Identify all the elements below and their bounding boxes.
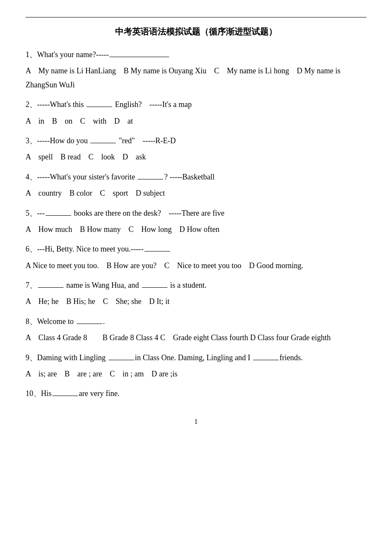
question-4-options: A country B color C sport D subject: [26, 186, 366, 200]
question-1-options: A My name is Li HanLiang B My name is Ou…: [26, 64, 366, 92]
question-2-options: A in B on C with D at: [26, 114, 366, 128]
question-6-options: A Nice to meet you too. B How are you? C…: [26, 259, 366, 272]
question-2-text: 2、-----What's this English? -----It's a …: [26, 98, 366, 111]
question-1: 1、What's your name?----- A My name is Li…: [26, 48, 366, 92]
blank-1: [110, 57, 169, 57]
blank-6: [144, 251, 170, 251]
question-8: 8、Welcome to . A Class 4 Grade 8 B Grade…: [26, 315, 366, 345]
question-8-text: 8、Welcome to .: [26, 315, 366, 328]
question-6: 6、---Hi, Betty. Nice to meet you.----- A…: [26, 242, 366, 272]
blank-9a: [109, 360, 134, 360]
question-9-text: 9、Daming with Lingling in Class One. Dam…: [26, 351, 366, 364]
question-5-options: A How much B How many C How long D How o…: [26, 223, 366, 236]
question-9-options: A is; are B are ; are C in ; am D are ;i…: [26, 367, 366, 381]
page-number: 1: [26, 418, 366, 425]
question-2: 2、-----What's this English? -----It's a …: [26, 98, 366, 128]
top-divider: [26, 17, 366, 17]
question-6-text: 6、---Hi, Betty. Nice to meet you.-----: [26, 242, 366, 256]
blank-8: [77, 324, 102, 324]
blank-7a: [38, 287, 63, 288]
question-1-text: 1、What's your name?-----: [26, 48, 366, 61]
question-10-text: 10、Hisare very fine.: [26, 387, 366, 400]
question-4-text: 4、-----What's your sister's favorite ? -…: [26, 170, 366, 184]
blank-7b: [142, 287, 167, 288]
question-8-options: A Class 4 Grade 8 B Grade 8 Class 4 C Gr…: [26, 331, 366, 344]
blank-4: [138, 179, 163, 179]
page-title: 中考英语语法模拟试题（循序渐进型试题）: [26, 26, 366, 38]
question-7-options: A He; he B His; he C She; she D It; it: [26, 295, 366, 308]
question-5-text: 5、--- books are there on the desk? -----…: [26, 206, 366, 220]
question-3: 3、-----How do you "red" -----R-E-D A spe…: [26, 134, 366, 164]
question-3-text: 3、-----How do you "red" -----R-E-D: [26, 134, 366, 147]
question-5: 5、--- books are there on the desk? -----…: [26, 206, 366, 237]
question-7: 7、 name is Wang Hua, and is a student. A…: [26, 278, 366, 309]
question-3-options: A spell B read C look D ask: [26, 150, 366, 164]
question-10: 10、Hisare very fine.: [26, 387, 366, 400]
blank-10: [52, 396, 78, 396]
blank-5: [46, 215, 71, 216]
blank-2: [86, 107, 112, 107]
blank-9b: [253, 360, 279, 360]
blank-3: [90, 143, 116, 143]
question-4: 4、-----What's your sister's favorite ? -…: [26, 170, 366, 200]
question-7-text: 7、 name is Wang Hua, and is a student.: [26, 278, 366, 292]
question-9: 9、Daming with Lingling in Class One. Dam…: [26, 351, 366, 381]
